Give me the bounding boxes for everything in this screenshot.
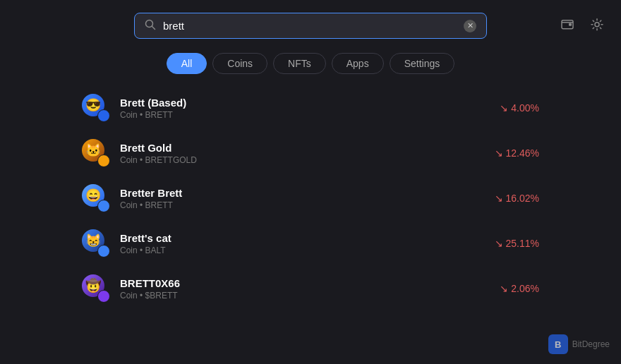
coin-sub: Coin • BALT (120, 245, 485, 255)
result-item[interactable]: 🐱 Brett Gold Coin • BRETTGOLD ↘ 12.46% (71, 131, 550, 176)
filter-tab-settings[interactable]: Settings (390, 53, 455, 74)
coin-name: Brett (Based) (120, 97, 490, 109)
result-item[interactable]: 😸 Brett's cat Coin • BALT ↘ 25.11% (71, 221, 550, 266)
svg-point-10 (101, 293, 107, 299)
coin-change: ↘ 25.11% (495, 238, 539, 249)
svg-rect-3 (569, 23, 572, 25)
search-icon (145, 19, 156, 32)
svg-point-7 (101, 158, 107, 164)
svg-line-1 (152, 27, 155, 30)
coin-info: Brett's cat Coin • BALT (120, 232, 485, 255)
result-item[interactable]: 😎 Brett (Based) Coin • BRETT ↘ 4.00% (71, 85, 550, 131)
coin-name: Bretter Brett (120, 187, 485, 199)
filter-tab-all[interactable]: All (167, 53, 207, 74)
coin-sub: Coin • $BRETT (120, 291, 490, 301)
coin-info: Brett Gold Coin • BRETTGOLD (120, 142, 485, 165)
svg-point-5 (595, 22, 599, 26)
filter-tab-nfts[interactable]: NFTs (273, 53, 326, 74)
svg-point-9 (101, 248, 107, 254)
filter-tab-coins[interactable]: Coins (212, 53, 267, 74)
coin-avatar: 😄 (82, 184, 110, 212)
coin-avatar: 😎 (82, 94, 110, 122)
avatar-badge-icon (97, 109, 110, 122)
avatar-badge-icon (97, 245, 110, 257)
avatar-badge-icon (97, 154, 110, 167)
coin-avatar: 🐱 (82, 139, 110, 167)
avatar-badge-icon (97, 290, 110, 303)
bitdegree-logo: B (548, 334, 568, 354)
settings-icon-button[interactable] (587, 14, 607, 37)
coin-info: Brett (Based) Coin • BRETT (120, 97, 490, 120)
bitdegree-watermark: B BitDegree (548, 334, 610, 354)
coin-name: Brett's cat (120, 232, 485, 244)
coin-change: ↘ 12.46% (495, 147, 539, 159)
coin-name: BRETT0X66 (120, 277, 490, 289)
coin-info: BRETT0X66 Coin • $BRETT (120, 277, 490, 301)
coin-name: Brett Gold (120, 142, 485, 154)
coin-sub: Coin • BRETT (120, 200, 485, 210)
search-input[interactable] (163, 20, 457, 32)
svg-point-8 (101, 203, 107, 209)
coin-change: ↘ 4.00% (500, 102, 539, 114)
clear-button[interactable]: ✕ (464, 20, 476, 32)
result-item[interactable]: 🤠 BRETT0X66 Coin • $BRETT ↘ 2.06% (71, 266, 550, 311)
coin-info: Bretter Brett Coin • BRETT (120, 187, 485, 210)
top-icons (557, 14, 607, 37)
coin-avatar: 😸 (82, 229, 110, 257)
coin-change: ↘ 16.02% (495, 193, 539, 204)
coin-sub: Coin • BRETTGOLD (120, 155, 485, 165)
coin-avatar: 🤠 (82, 274, 110, 303)
coin-sub: Coin • BRETT (120, 110, 490, 120)
result-item[interactable]: 😄 Bretter Brett Coin • BRETT ↘ 16.02% (71, 176, 550, 221)
filter-tab-apps[interactable]: Apps (332, 53, 384, 74)
top-bar: ✕ (0, 0, 621, 47)
results-list: 😎 Brett (Based) Coin • BRETT ↘ 4.00% 🐱 (0, 85, 621, 311)
wallet-icon-button[interactable] (557, 14, 577, 37)
svg-point-6 (101, 113, 107, 119)
filter-tabs: AllCoinsNFTsAppsSettings (0, 47, 621, 85)
coin-change: ↘ 2.06% (500, 283, 539, 294)
search-wrapper: ✕ (134, 13, 487, 39)
avatar-badge-icon (97, 200, 110, 212)
bitdegree-text: BitDegree (572, 339, 610, 349)
